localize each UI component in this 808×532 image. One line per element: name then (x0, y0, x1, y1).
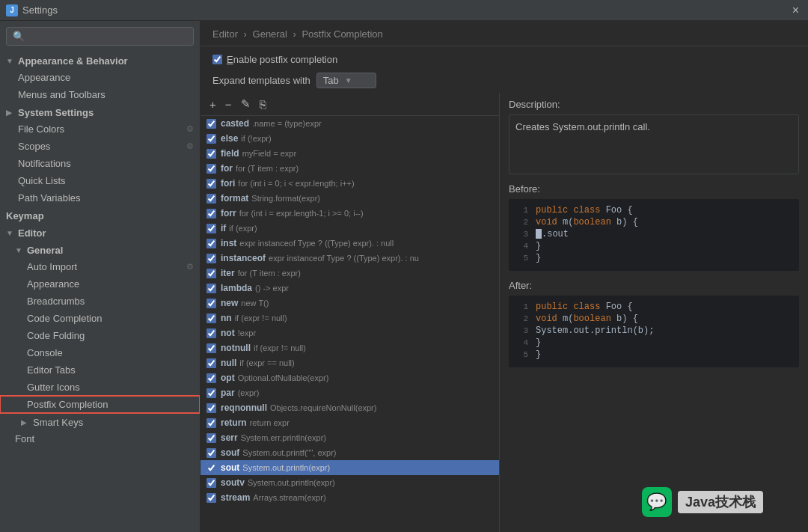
sidebar-item-auto-import[interactable]: Auto Import ⚙ (0, 258, 200, 275)
sidebar-item-editor-tabs[interactable]: Editor Tabs (0, 361, 200, 379)
item-checkbox[interactable] (206, 314, 216, 323)
template-list-item[interactable]: forrfor (int i = expr.length-1; i >= 0; … (201, 206, 499, 221)
item-checkbox[interactable] (206, 239, 216, 248)
sidebar-group-general[interactable]: ▼ General (0, 241, 200, 258)
item-checkbox[interactable] (206, 433, 216, 443)
template-list-item[interactable]: formatString.format(expr) (201, 191, 499, 206)
item-checkbox[interactable] (206, 373, 216, 383)
sidebar-group-system-settings[interactable]: ▶ System Settings (0, 103, 200, 120)
template-list-item[interactable]: ifif (expr) (201, 221, 499, 236)
sidebar-group-appearance-behavior[interactable]: ▼ Appearance & Behavior (0, 52, 200, 69)
item-checkbox[interactable] (206, 358, 216, 368)
sidebar-group-keymap[interactable]: Keymap (0, 207, 200, 224)
template-list-item[interactable]: instexpr instanceof Type ? ((Type) expr)… (201, 236, 499, 251)
template-list-item[interactable]: iterfor (T item : expr) (201, 266, 499, 281)
expand-arrow-editor: ▼ (6, 229, 15, 237)
template-list[interactable]: casted.name = (type)exprelseif (!expr)fi… (201, 116, 499, 532)
item-checkbox[interactable] (206, 209, 216, 218)
sidebar-item-code-folding[interactable]: Code Folding (0, 327, 200, 344)
item-checkbox[interactable] (206, 119, 216, 129)
template-list-item[interactable]: lambda() -> expr (201, 281, 499, 296)
template-list-item[interactable]: nnif (expr != null) (201, 311, 499, 325)
item-checkbox[interactable] (206, 149, 216, 159)
copy-button[interactable]: ⎘ (257, 97, 269, 112)
template-list-item[interactable]: par(expr) (201, 385, 499, 400)
sidebar-item-postfix-completion[interactable]: Postfix Completion (0, 396, 200, 413)
sidebar-item-code-completion[interactable]: Code Completion (0, 310, 200, 327)
item-checkbox[interactable] (206, 284, 216, 293)
line-number: 4 (515, 242, 528, 251)
item-description: if (!expr) (241, 134, 271, 143)
item-checkbox[interactable] (206, 254, 216, 263)
item-description: Optional.ofNullable(expr) (238, 373, 329, 382)
sidebar-item-smart-keys[interactable]: ▶ Smart Keys (0, 413, 200, 430)
add-button[interactable]: + (206, 97, 219, 112)
item-name: casted (221, 118, 249, 129)
item-checkbox[interactable] (206, 388, 216, 398)
search-input[interactable] (13, 31, 187, 42)
item-checkbox[interactable] (206, 194, 216, 204)
line-content: public class Foo { (536, 302, 633, 312)
template-list-item[interactable]: soufSystem.out.printf("", expr) (201, 445, 499, 460)
breadcrumb-editor: Editor (212, 28, 238, 40)
sidebar-item-font[interactable]: Font (0, 430, 200, 447)
template-list-item[interactable]: soutvSystem.out.println(expr) (201, 475, 499, 490)
enable-checkbox[interactable] (212, 55, 222, 64)
template-list-item[interactable]: instanceofexpr instanceof Type ? ((Type)… (201, 251, 499, 266)
template-list-item[interactable]: soutSystem.out.println(expr) (201, 460, 499, 475)
sidebar-item-gutter-icons[interactable]: Gutter Icons (0, 379, 200, 396)
item-checkbox[interactable] (206, 478, 216, 488)
template-list-item[interactable]: nullif (expr == null) (201, 355, 499, 370)
panel-header: Enable postfix completion Expand templat… (201, 46, 808, 93)
remove-button[interactable]: − (222, 97, 235, 112)
template-list-item[interactable]: serrSystem.err.println(expr) (201, 430, 499, 445)
panel-body: + − ✎ ⎘ casted.name = (type)exprelseif (… (201, 93, 808, 532)
template-list-item[interactable]: newnew T() (201, 296, 499, 311)
item-checkbox[interactable] (206, 269, 216, 278)
close-button[interactable]: × (789, 4, 802, 17)
sidebar-item-appearance[interactable]: Appearance (0, 69, 200, 86)
template-list-item[interactable]: returnreturn expr (201, 415, 499, 430)
sidebar-item-breadcrumbs[interactable]: Breadcrumbs (0, 293, 200, 310)
description-text: Creates System.out.println call. (515, 121, 650, 132)
sidebar-group-editor[interactable]: ▼ Editor (0, 224, 200, 241)
edit-button[interactable]: ✎ (238, 96, 254, 112)
search-box[interactable] (6, 27, 194, 46)
item-checkbox[interactable] (206, 418, 216, 428)
code-line: 4 } (515, 241, 793, 251)
template-list-item[interactable]: optOptional.ofNullable(expr) (201, 370, 499, 385)
item-checkbox[interactable] (206, 299, 216, 308)
item-checkbox[interactable] (206, 343, 216, 353)
template-list-item[interactable]: streamArrays.stream(expr) (201, 490, 499, 505)
template-list-item[interactable]: reqnonnullObjects.requireNonNull(expr) (201, 400, 499, 415)
item-checkbox[interactable] (206, 328, 216, 338)
item-checkbox[interactable] (206, 179, 216, 189)
template-list-item[interactable]: fieldmyField = expr (201, 146, 499, 161)
item-checkbox[interactable] (206, 134, 216, 144)
item-checkbox[interactable] (206, 403, 216, 413)
sidebar-item-appearance-editor[interactable]: Appearance (0, 275, 200, 293)
tab-dropdown[interactable]: Tab ▼ (316, 73, 376, 88)
sidebar-item-scopes[interactable]: Scopes ⚙ (0, 138, 200, 155)
keymap-label: Keymap (6, 210, 44, 221)
item-name: inst (221, 238, 236, 248)
item-checkbox[interactable] (206, 493, 216, 503)
item-checkbox[interactable] (206, 224, 216, 233)
template-list-item[interactable]: notnullif (expr != null) (201, 340, 499, 355)
item-checkbox[interactable] (206, 448, 216, 458)
item-name: par (221, 388, 235, 398)
sidebar-item-menus-toolbars[interactable]: Menus and Toolbars (0, 86, 200, 103)
sidebar-item-path-variables[interactable]: Path Variables (0, 189, 200, 207)
sidebar-item-console[interactable]: Console (0, 344, 200, 361)
item-checkbox[interactable] (206, 463, 216, 473)
item-checkbox[interactable] (206, 164, 216, 174)
template-list-item[interactable]: forfor (T item : expr) (201, 161, 499, 176)
template-list-item[interactable]: elseif (!expr) (201, 131, 499, 146)
template-list-item[interactable]: not!expr (201, 325, 499, 340)
item-name: sout (221, 462, 239, 473)
sidebar-item-notifications[interactable]: Notifications (0, 155, 200, 172)
sidebar-item-quick-lists[interactable]: Quick Lists (0, 172, 200, 189)
template-list-item[interactable]: casted.name = (type)expr (201, 116, 499, 131)
template-list-item[interactable]: forifor (int i = 0; i < expr.length; i++… (201, 176, 499, 191)
sidebar-item-file-colors[interactable]: File Colors ⚙ (0, 120, 200, 138)
